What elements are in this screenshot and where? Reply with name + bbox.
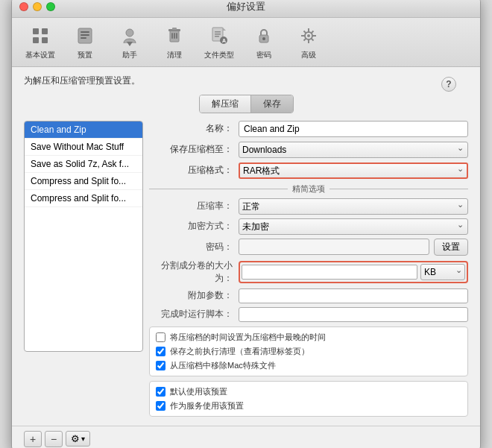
checkbox-timestamp: 将压缩档的时间设置为压缩档中最晚的时间	[156, 332, 461, 343]
svg-rect-14	[174, 33, 175, 39]
checkbox-default: 默认使用该预置	[156, 386, 461, 397]
subtitle: 为解压和压缩管理预置设置。	[24, 75, 140, 87]
toolbar-preset[interactable]: 预置	[69, 24, 101, 60]
advanced-section-header: 精简选项	[149, 183, 468, 195]
preset-item-3[interactable]: Save as Solid 7z, Ask f...	[25, 156, 142, 173]
basic-icon	[28, 24, 52, 48]
svg-marker-9	[127, 42, 133, 46]
split-input[interactable]	[242, 265, 417, 280]
remove-button[interactable]: −	[45, 431, 63, 447]
extra-params-input[interactable]	[239, 288, 468, 303]
format-control: RAR格式	[239, 163, 468, 179]
save-to-label: 保存压缩档至：	[149, 143, 239, 156]
close-button[interactable]	[19, 2, 28, 11]
preset-list: Clean and Zip Save Without Mac Stuff Sav…	[24, 121, 143, 352]
settings-panel: 名称： 保存压缩档至： Downloads	[149, 121, 468, 417]
svg-rect-6	[81, 34, 89, 36]
toolbar-basic[interactable]: 基本设置	[24, 24, 57, 60]
preset-icon	[73, 24, 97, 48]
toolbar-assistant-label: 助手	[122, 50, 137, 60]
unit-select[interactable]: KB	[420, 264, 465, 280]
preset-item-1[interactable]: Clean and Zip	[25, 122, 142, 139]
encrypt-select[interactable]: 未加密	[239, 218, 468, 235]
format-select[interactable]: RAR格式	[239, 163, 468, 179]
tab-decompress[interactable]: 解压缩	[200, 95, 251, 113]
password-icon	[252, 24, 276, 48]
run-script-label: 完成时运行脚本：	[149, 308, 239, 321]
encrypt-control: 未加密	[239, 218, 468, 235]
checkbox-service-input[interactable]	[156, 401, 165, 411]
checkbox-mac: 从压缩档中移除Mac特殊文件	[156, 360, 461, 371]
checkbox-default-label: 默认使用该预置	[170, 386, 227, 397]
help-button[interactable]: ?	[441, 77, 456, 92]
filetype-icon: A	[207, 24, 231, 48]
password-settings-button[interactable]: 设置	[434, 239, 468, 256]
checkbox-mac-input[interactable]	[156, 361, 165, 370]
gear-icon: ⚙	[71, 433, 80, 444]
format-label: 压缩格式：	[149, 164, 239, 177]
checkbox-clean: 保存之前执行清理（查看清理标签页）	[156, 346, 461, 357]
svg-rect-0	[33, 28, 39, 34]
checkbox-timestamp-input[interactable]	[156, 332, 165, 342]
tab-group: 解压缩 保存	[199, 95, 294, 113]
save-to-row: 保存压缩档至： Downloads	[149, 142, 468, 158]
toolbar-filetype[interactable]: A 文件类型	[203, 24, 236, 60]
run-script-input[interactable]	[239, 307, 468, 322]
advanced-section-label: 精简选项	[288, 183, 329, 195]
tab-save[interactable]: 保存	[251, 95, 293, 113]
checkbox-section-1: 将压缩档的时间设置为压缩档中最晚的时间 保存之前执行清理（查看清理标签页） 从压…	[149, 326, 468, 376]
checkbox-default-input[interactable]	[156, 387, 165, 397]
toolbar-clean[interactable]: 清理	[158, 24, 191, 60]
extra-params-row: 附加参数：	[149, 288, 468, 303]
split-label: 分割成分卷的大小为：	[149, 259, 239, 285]
format-select-wrapper: RAR格式	[239, 163, 468, 179]
toolbar-advanced-label: 高级	[301, 50, 316, 60]
toolbar: 基本设置 预置 助手 清理 A 文件类型	[12, 18, 480, 67]
name-input[interactable]	[239, 121, 468, 137]
password-input[interactable]	[239, 239, 429, 255]
toolbar-password-label: 密码	[256, 50, 271, 60]
minimize-button[interactable]	[33, 2, 42, 11]
window-title: 偏好设置	[227, 0, 265, 13]
checkbox-mac-label: 从压缩档中移除Mac特殊文件	[170, 360, 276, 371]
svg-rect-20	[215, 36, 219, 37]
toolbar-password[interactable]: 密码	[247, 24, 280, 60]
checkbox-timestamp-label: 将压缩档的时间设置为压缩档中最晚的时间	[170, 332, 326, 343]
add-button[interactable]: +	[24, 431, 42, 447]
clean-icon	[163, 24, 186, 48]
compress-rate-select[interactable]: 正常	[239, 198, 468, 215]
save-to-select[interactable]: Downloads	[239, 142, 468, 158]
preset-item-2[interactable]: Save Without Mac Stuff	[25, 139, 142, 156]
password-label: 密码：	[149, 241, 239, 253]
toolbar-assistant[interactable]: 助手	[113, 24, 146, 60]
split-control: KB	[239, 261, 468, 283]
split-row: 分割成分卷的大小为： KB	[149, 259, 468, 285]
main-area: Clean and Zip Save Without Mac Stuff Sav…	[24, 121, 468, 417]
checkbox-clean-input[interactable]	[156, 347, 165, 356]
titlebar: 偏好设置	[12, 0, 480, 18]
password-control: 设置	[239, 239, 468, 256]
gear-chevron: ▾	[81, 435, 85, 443]
toolbar-basic-label: 基本设置	[25, 50, 55, 60]
preset-item-5[interactable]: Compress and Split fo...	[25, 190, 142, 207]
svg-line-31	[304, 31, 306, 33]
tab-bar: 解压缩 保存	[24, 95, 468, 113]
bottom-bar: + − ⚙ ▾	[12, 426, 480, 449]
svg-point-26	[307, 34, 310, 37]
name-control	[239, 121, 468, 137]
compress-rate-control: 正常	[239, 198, 468, 215]
password-row: 密码： 设置	[149, 239, 468, 256]
extra-params-label: 附加参数：	[149, 289, 239, 302]
encrypt-row: 加密方式： 未加密	[149, 218, 468, 235]
svg-rect-5	[81, 31, 89, 33]
maximize-button[interactable]	[46, 2, 55, 11]
toolbar-advanced[interactable]: 高级	[292, 24, 325, 60]
save-to-control: Downloads	[239, 142, 468, 158]
svg-line-34	[304, 38, 306, 40]
svg-rect-3	[42, 37, 48, 43]
preset-item-4[interactable]: Compress and Split fo...	[25, 173, 142, 190]
extra-params-control	[239, 288, 468, 303]
svg-marker-17	[223, 28, 226, 31]
gear-button[interactable]: ⚙ ▾	[66, 431, 90, 447]
name-label: 名称：	[149, 122, 239, 135]
